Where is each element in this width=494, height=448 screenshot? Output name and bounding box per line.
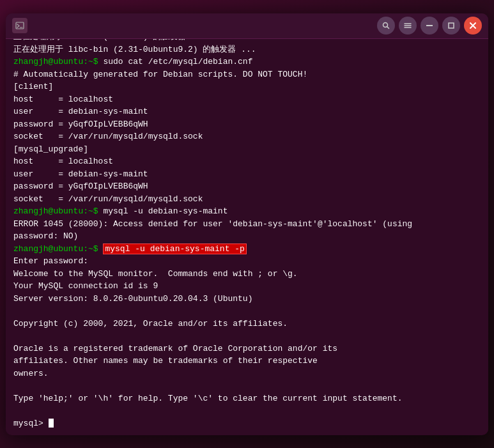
prompt-text: zhangjh@ubuntu:~$ (13, 244, 103, 254)
prompt-text: zhangjh@ubuntu:~$ (13, 57, 103, 66)
terminal-line: Type 'help;' or '\h' for help. Type '\c'… (13, 392, 481, 405)
close-button[interactable] (464, 17, 482, 35)
terminal-cursor (49, 419, 54, 428)
terminal-line: host = localhost (13, 93, 481, 106)
prompt-text: zhangjh@ubuntu:~$ (13, 206, 103, 216)
terminal-line: ERROR 1045 (28000): Access denied for us… (13, 218, 481, 231)
title-bar-controls (377, 17, 482, 35)
terminal-line: Copyright (c) 2000, 2021, Oracle and/or … (13, 318, 481, 330)
terminal-line: Welcome to the MySQL monitor. Commands e… (13, 268, 481, 281)
terminal-line: Server version: 8.0.26-0ubuntu0.20.04.3 … (13, 293, 481, 305)
mysql-prompt-text: mysql> (13, 419, 49, 428)
terminal-line: password = yGqfOIpLVEBB6qWH (13, 118, 481, 131)
svg-rect-8 (449, 23, 454, 28)
terminal-line: user = debian-sys-maint (13, 168, 481, 181)
terminal-line: Oracle is a registered trademark of Orac… (13, 343, 481, 355)
title-bar (6, 13, 488, 39)
terminal-line: Your MySQL connection id is 9 (13, 280, 481, 293)
terminal-prompt-line: zhangjh@ubuntu:~$ mysql -u debian-sys-ma… (13, 205, 481, 218)
empty-line (13, 405, 481, 417)
minimize-button[interactable] (421, 17, 438, 35)
command-text: sudo cat /etc/mysql/debian.cnf (103, 57, 252, 66)
terminal-line: user = debian-sys-maint (13, 105, 481, 118)
terminal-line: [client] (13, 81, 481, 93)
terminal-icon (12, 18, 27, 33)
terminal-line: socket = /var/run/mysqld/mysqld.sock (13, 130, 481, 143)
terminal-window: 正在设置 libmysqlclient-dev (8.0.26-0ubuntu0… (6, 13, 488, 435)
terminal-line: password = yGqfOIpLVEBB6qWH (13, 180, 481, 193)
empty-line (13, 380, 481, 392)
terminal-line: 正在处理用于 libc-bin (2.31-0ubuntu9.2) 的触发器 .… (13, 43, 481, 56)
title-bar-left (12, 18, 27, 33)
terminal-line: 正在处理用于 man-db (2.9.1-1) 的触发器 ... (13, 39, 481, 43)
empty-line (13, 330, 481, 343)
terminal-line: [mysql_upgrade] (13, 143, 481, 156)
command-text: mysql -u debian-sys-maint (103, 206, 228, 216)
maximize-button[interactable] (442, 17, 460, 35)
empty-line (13, 305, 481, 318)
terminal-body[interactable]: 正在设置 libmysqlclient-dev (8.0.26-0ubuntu0… (6, 39, 488, 435)
svg-line-3 (387, 27, 389, 29)
terminal-line: password: NO) (13, 230, 481, 243)
terminal-prompt-line: zhangjh@ubuntu:~$ sudo cat /etc/mysql/de… (13, 56, 481, 68)
menu-button[interactable] (399, 17, 417, 35)
terminal-prompt-highlight-line: zhangjh@ubuntu:~$ mysql -u debian-sys-ma… (13, 243, 481, 256)
terminal-line: # Automatically generated for Debian scr… (13, 68, 481, 81)
terminal-line: socket = /var/run/mysqld/mysqld.sock (13, 193, 481, 206)
highlighted-command: mysql -u debian-sys-maint -p (103, 243, 246, 254)
terminal-line: affiliates. Other names may be trademark… (13, 355, 481, 367)
mysql-prompt-line: mysql> (13, 417, 481, 430)
terminal-line: Enter password: (13, 255, 481, 268)
search-button[interactable] (377, 17, 395, 35)
terminal-line: host = localhost (13, 155, 481, 168)
terminal-line: owners. (13, 367, 481, 380)
